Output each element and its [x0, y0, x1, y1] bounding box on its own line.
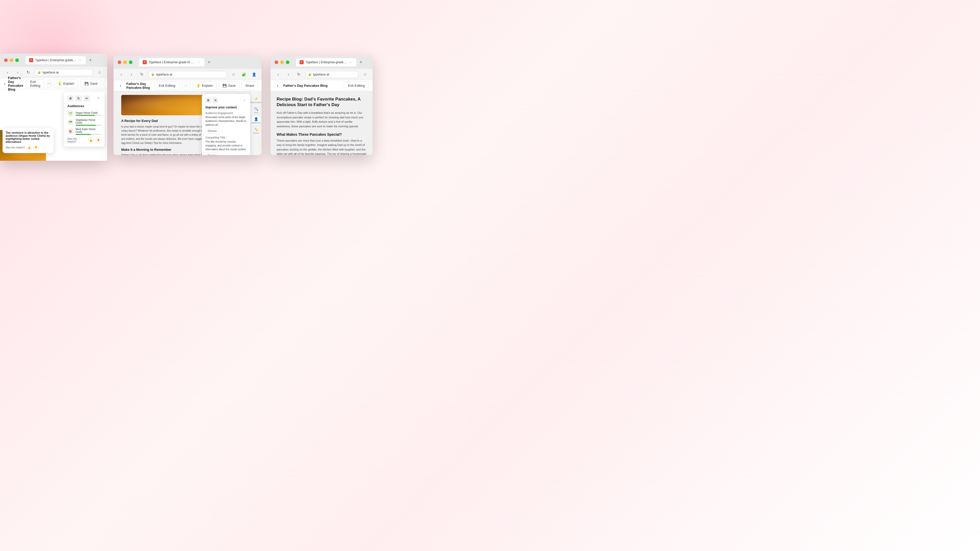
improve-section-audience-2: Audience Engagement Resonates some parts…: [205, 112, 247, 134]
bookmark-btn-3[interactable]: ☆: [361, 71, 369, 78]
recipe-intro-3: Kick off Father's Day with a breakfast t…: [277, 111, 366, 129]
thumbs-up-1[interactable]: 👍: [88, 138, 94, 143]
panel-top-icons-1: ⚙ ↻ ✏ ×: [67, 95, 101, 102]
tab-close-2[interactable]: ×: [197, 60, 201, 64]
address-bar-1[interactable]: 🔒 typeface.ai: [35, 69, 93, 76]
address-lock-1: 🔒: [38, 71, 41, 74]
refresh-nav-1[interactable]: ↻: [24, 69, 32, 76]
audience-info-veggie-1: Vegetarian Home Chefs: [76, 119, 101, 126]
audience-name-veggie-1: Vegetarian Home Chefs: [76, 119, 101, 124]
address-text-3: typeface.ai: [313, 73, 329, 76]
exit-editing-button-1[interactable]: Exit Editing: [26, 79, 45, 88]
back-nav-1[interactable]: ‹: [4, 69, 11, 76]
tab-3[interactable]: T Typeface | Enterprise-grade AI Generat…: [296, 58, 356, 66]
more-options-1[interactable]: ⋯: [47, 79, 51, 88]
back-nav-2[interactable]: ‹: [118, 71, 125, 78]
tab-1[interactable]: T Typeface | Enterprise-grade AI Generat…: [25, 56, 86, 64]
tooltip-bubble-1: The sentence is attractive to the audien…: [3, 128, 54, 153]
audiences-title-1: Audiences: [67, 104, 101, 108]
new-tab-button-2[interactable]: +: [205, 59, 213, 66]
address-text-2: typeface.ai: [156, 73, 172, 76]
traffic-lights-3: [275, 60, 290, 64]
address-bar-2[interactable]: 🔒 typeface.ai: [148, 71, 227, 78]
more-options-2[interactable]: ⋯: [182, 81, 190, 90]
app-back-2[interactable]: ‹: [117, 82, 124, 89]
back-nav-3[interactable]: ‹: [275, 71, 282, 78]
panel-settings-icon-1[interactable]: ⚙: [67, 95, 73, 102]
audience-name-meat-1: Meat Eater Home Chefs: [76, 128, 101, 133]
browser-window-2: T Typeface | Enterprise-grade AI Generat…: [114, 56, 262, 155]
explain-button-1[interactable]: 💡 Explain: [54, 79, 78, 88]
new-tab-button-3[interactable]: +: [357, 59, 364, 66]
forward-nav-2[interactable]: ›: [128, 71, 135, 78]
audience-icon-meat-1: 🍖: [67, 128, 73, 135]
extensions-btn-2[interactable]: 🧩: [240, 71, 247, 78]
address-text-1: typeface.ai: [43, 70, 59, 74]
audience-label-2: Audience: [252, 122, 260, 124]
tab-close-1[interactable]: ×: [78, 58, 82, 62]
save-icon-1: 💾: [84, 82, 89, 86]
profile-btn-2[interactable]: 👤: [250, 71, 258, 78]
share-button-2[interactable]: Share: [242, 81, 258, 90]
seo-icon-2: 🔍: [254, 107, 258, 111]
nav-audience-2[interactable]: 👤 Audience: [251, 116, 261, 125]
tooltip-thumbs-up-1[interactable]: 👍: [27, 145, 32, 150]
refresh-nav-2[interactable]: ↻: [138, 71, 145, 78]
app-back-3[interactable]: ‹: [274, 82, 281, 89]
improve-settings-icon-2[interactable]: ⚙: [205, 97, 211, 103]
minimize-button-3[interactable]: [280, 60, 284, 64]
dismiss-title-2[interactable]: Dismiss: [205, 152, 219, 155]
exit-editing-button-3[interactable]: Exit Editing: [344, 81, 369, 90]
browser-content-3: ‹ Father's Day Pancakes Blog Exit Editin…: [270, 80, 372, 155]
panel-close-1[interactable]: ×: [96, 95, 101, 100]
maximize-button-1[interactable]: [15, 59, 19, 62]
forward-nav-1[interactable]: ›: [14, 69, 21, 76]
audience-bar-meat-1: [76, 134, 91, 135]
exit-editing-button-2[interactable]: Exit Editing: [154, 81, 180, 90]
tab-bar-1: T Typeface | Enterprise-grade AI Generat…: [25, 56, 94, 64]
tab-favicon-3: T: [300, 60, 304, 64]
app-toolbar-2: ‹ Father's Day Pancakes Blog Exit Editin…: [114, 80, 262, 91]
bookmark-btn-1[interactable]: ☆: [96, 69, 103, 76]
minimize-button-2[interactable]: [123, 60, 127, 64]
close-button-3[interactable]: [275, 60, 278, 64]
improve-refresh-icon-2[interactable]: ↻: [213, 97, 218, 103]
close-button-1[interactable]: [4, 59, 8, 62]
new-tab-button-1[interactable]: +: [87, 57, 94, 64]
maximize-button-2[interactable]: [129, 60, 132, 64]
what-makes-title-3: What Makes These Pancakes Special?: [277, 132, 366, 137]
browser-window-1: T Typeface | Enterprise-grade AI Generat…: [0, 54, 107, 161]
browser-window-3: T Typeface | Enterprise-grade AI Generat…: [270, 56, 372, 155]
tab-2[interactable]: T Typeface | Enterprise-grade AI Generat…: [139, 58, 204, 66]
bookmark-btn-2[interactable]: ☆: [230, 71, 237, 78]
forward-nav-3[interactable]: ›: [285, 71, 292, 78]
nav-brand-2[interactable]: 🏷️ Brand: [251, 126, 261, 135]
maximize-button-3[interactable]: [286, 60, 290, 64]
address-bar-3[interactable]: 🔒 typeface.ai: [305, 71, 358, 78]
tab-close-3[interactable]: ×: [348, 60, 353, 64]
panel-edit-icon-1[interactable]: ✏: [84, 95, 90, 102]
save-button-2[interactable]: 💾 Save: [219, 81, 240, 90]
improve-close-2[interactable]: ×: [242, 98, 247, 103]
panel-refresh-icon-1[interactable]: ↻: [76, 95, 82, 102]
app-toolbar-3: ‹ Father's Day Pancakes Blog Exit Editin…: [270, 80, 372, 91]
improve-ctitle-text-2: The title should be concise, engaging, a…: [205, 140, 247, 151]
helpful-row-1: Was this helpful? 👍 👎: [67, 138, 101, 143]
recipe-main-title-3: Recipe Blog: Dad's Favorite Pancakes, A …: [277, 97, 366, 108]
tab-label-3: Typeface | Enterprise-grade AI Generator: [306, 60, 347, 64]
tooltip-thumbs-down-1[interactable]: 👎: [33, 145, 38, 150]
browser-content-2: ‹ Father's Day Pancakes Blog Exit Editin…: [114, 80, 262, 155]
app-back-1[interactable]: ‹: [4, 80, 5, 87]
refresh-nav-3[interactable]: ↻: [295, 71, 302, 78]
close-button-2[interactable]: [118, 60, 121, 64]
explain-button-2[interactable]: 💡 Explain: [192, 81, 217, 90]
improve-audience-text-2: Resonates some parts of the target audie…: [205, 115, 247, 127]
nav-seo-2[interactable]: 🔍 SEO: [251, 106, 261, 115]
save-button-1[interactable]: 💾 Save: [81, 79, 102, 88]
thumbs-down-1[interactable]: 👎: [96, 138, 101, 143]
share-button-1[interactable]: Share: [104, 79, 107, 88]
dismiss-audience-2[interactable]: Dismiss: [205, 128, 219, 134]
minimize-button-1[interactable]: [10, 59, 13, 62]
nav-performance-2[interactable]: ⚡ Performance: [251, 95, 261, 105]
page-title-2: Father's Day Pancakes Blog: [126, 82, 152, 89]
